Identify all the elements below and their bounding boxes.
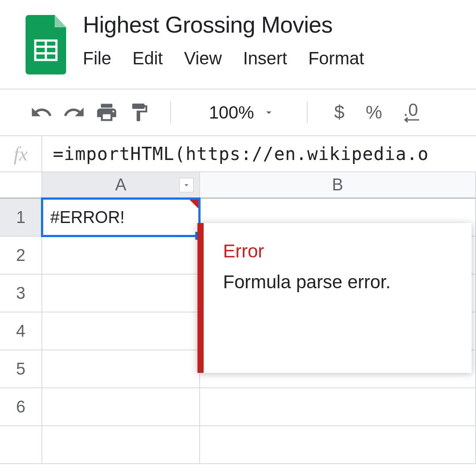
column-headers: A B — [0, 172, 476, 199]
header: Highest Grossing Movies File Edit View I… — [0, 0, 476, 74]
zoom-value: 100% — [209, 103, 254, 123]
percent-format-button[interactable]: % — [358, 102, 390, 123]
cell-a5[interactable] — [42, 350, 200, 388]
row-header-2[interactable]: 2 — [0, 237, 42, 275]
print-button[interactable] — [94, 100, 119, 125]
zoom-dropdown[interactable]: 100% — [209, 103, 275, 123]
chevron-down-icon — [263, 106, 275, 119]
document-title[interactable]: Highest Grossing Movies — [83, 11, 467, 38]
menu-bar: File Edit View Insert Format — [83, 48, 467, 68]
toolbar: 100% $ % .0 — [0, 89, 476, 135]
cell-a6[interactable] — [42, 388, 200, 426]
column-header-a[interactable]: A — [42, 172, 200, 199]
row-header-1[interactable]: 1 — [0, 199, 42, 237]
row-header-6[interactable]: 6 — [0, 388, 42, 426]
chevron-down-icon — [182, 181, 191, 190]
error-tooltip-message: Formula parse error. — [223, 271, 452, 293]
toolbar-divider — [170, 101, 171, 123]
arrow-left-icon — [403, 117, 420, 123]
cell-a7[interactable] — [42, 426, 200, 464]
decrease-decimal-button[interactable]: .0 — [395, 102, 428, 123]
sheets-logo-icon — [26, 15, 70, 74]
menu-view[interactable]: View — [184, 48, 222, 68]
column-dropdown-button[interactable] — [179, 178, 194, 193]
paint-format-button[interactable] — [127, 100, 152, 125]
menu-format[interactable]: Format — [308, 48, 364, 68]
menu-edit[interactable]: Edit — [132, 48, 163, 68]
grid-row: 6 — [0, 388, 476, 426]
cell-a1[interactable]: #ERROR! — [42, 199, 200, 237]
formula-bar: fx =importHTML(https://en.wikipedia.o — [0, 135, 476, 172]
select-all-corner[interactable] — [0, 172, 42, 199]
currency-format-button[interactable]: $ — [326, 102, 352, 123]
error-indicator-icon — [189, 199, 199, 209]
formula-input[interactable]: =importHTML(https://en.wikipedia.o — [42, 144, 476, 164]
cell-b7[interactable] — [200, 426, 476, 464]
grid-row — [0, 426, 476, 464]
row-header-3[interactable]: 3 — [0, 275, 42, 312]
error-tooltip-title: Error — [223, 241, 452, 262]
cell-b6[interactable] — [200, 388, 476, 426]
cell-a2[interactable] — [42, 237, 200, 275]
fx-label: fx — [0, 136, 42, 171]
row-header-7[interactable] — [0, 426, 42, 464]
redo-button[interactable] — [62, 100, 86, 125]
menu-file[interactable]: File — [83, 48, 111, 68]
column-header-b[interactable]: B — [200, 172, 476, 199]
row-header-5[interactable]: 5 — [0, 350, 42, 388]
undo-button[interactable] — [29, 100, 54, 125]
row-header-4[interactable]: 4 — [0, 312, 42, 350]
error-tooltip: Error Formula parse error. — [197, 223, 472, 373]
menu-insert[interactable]: Insert — [243, 48, 287, 68]
cell-a4[interactable] — [42, 312, 200, 350]
cell-a3[interactable] — [42, 275, 200, 312]
toolbar-divider — [307, 101, 308, 123]
